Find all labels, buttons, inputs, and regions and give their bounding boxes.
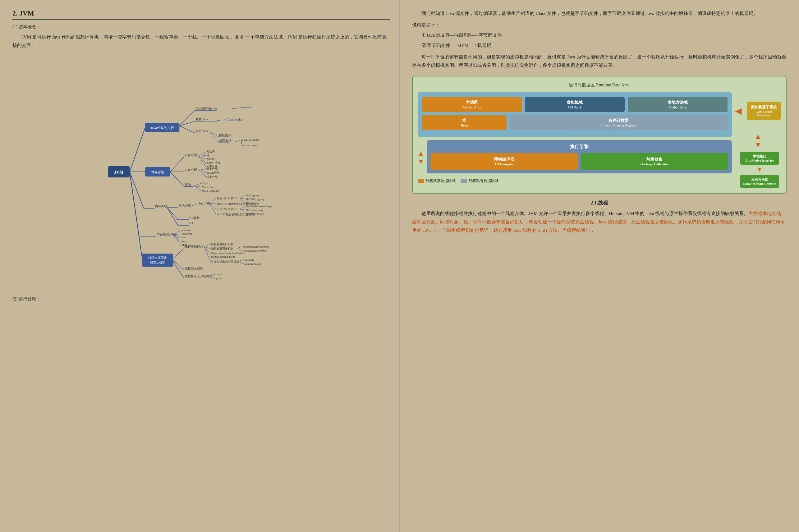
class-loader-box: 类加载器子系统 Class Loader Subsystem <box>747 101 781 120</box>
ms-s4: jmap <box>181 240 187 243</box>
legend-private: 线程私有数据区域 <box>460 178 498 184</box>
branch1-label: Java代码的执行 <box>151 126 174 130</box>
trs-s1: 线程资源执行机制 <box>211 243 233 246</box>
b1c3-text: 执行class <box>195 129 208 133</box>
legend-shared: 线程共享数据区域 <box>418 178 456 184</box>
b1c1-detail-line <box>232 107 245 109</box>
right-arrow: ◀ <box>735 106 742 116</box>
tsa-s2: TDA <box>216 278 222 281</box>
g1-line <box>167 207 178 225</box>
b1c3-d1-line <box>234 140 242 142</box>
tix-line <box>173 260 184 270</box>
b2c2-s3: 栈上分配 <box>206 175 217 178</box>
b1c1-text: 代码编译为class <box>195 107 217 110</box>
sync-d1: Synchronized的实现机制 <box>243 246 269 248</box>
legend-color-gray <box>460 179 467 183</box>
down-arrow3: ▼ <box>740 167 779 173</box>
b1c3-line <box>179 126 195 133</box>
native-lib-box: 本地方法库 Native Method Libraries <box>740 175 779 188</box>
ogc-s2: 并行Compacting <box>246 209 263 212</box>
b2c3-text: 算法 <box>185 183 191 186</box>
sync-d2l <box>237 248 242 251</box>
b1c2-text: 装载class <box>195 117 208 121</box>
ogc-s1l <box>240 206 245 209</box>
trs-s4-d1: semaphore <box>243 259 254 261</box>
trs-s3b: Double check pattem <box>211 255 235 258</box>
b2c2-s3l <box>198 170 206 177</box>
b1c3-d1: client compiler <box>242 138 259 141</box>
subtitle-21: 2.1.线程 <box>412 200 787 206</box>
runtime-row1: 方法区 Method Area 虚拟机栈 VM Stack 本地方法栈 Meth… <box>422 97 728 112</box>
b1c3-d2: server compiler <box>242 144 260 147</box>
intro-text1: 我们都知道 Java 源文件，通过编译器，能够生产相应的.Class 文件，也就… <box>412 9 787 18</box>
branch2-label: 内存管理 <box>151 170 165 174</box>
trs-s4-d2l <box>239 261 243 264</box>
b3-connector <box>130 172 144 208</box>
root-label: JVM <box>114 170 123 175</box>
b2c2-s2: TLAB分配 <box>206 171 220 174</box>
b3-text: 内存回收 <box>155 205 168 208</box>
intro-text2: 也就是如下： <box>412 21 787 29</box>
b2c3-s2: Mark-Sweep <box>202 186 216 189</box>
gc-box: 垃圾收集 Garbage Collection <box>581 153 728 170</box>
jni-box: 本地接口 Java Native Interface <box>740 152 779 165</box>
b2c2-s2l <box>198 170 206 173</box>
thread-branch-node <box>142 253 173 267</box>
minor-gc-line <box>209 204 216 204</box>
tsa-line <box>173 262 184 278</box>
full-gc-text: Full GC触发机制以及日志格式 <box>216 213 253 216</box>
up-arrow: ▲▼ <box>418 150 424 166</box>
ogc-s1: 串行Mark-Sweep-Compact <box>246 205 274 208</box>
page-title: 2. JVM <box>13 9 390 20</box>
gc-params-text: GC参数 <box>189 216 200 220</box>
jit-box: 即时编译器 JITCompiler <box>431 153 578 170</box>
b2c1-s4l <box>198 156 206 163</box>
section1-label: (1) 基本概念： <box>13 24 390 30</box>
trs-s4-d1l <box>239 260 243 261</box>
mem-status-text: 内存状况分析 <box>157 232 175 236</box>
ngc-s1l <box>240 195 245 198</box>
trs-s4-d2: CountdownLatch <box>243 263 261 265</box>
trs-s2: 线程资源同步机制 <box>211 247 233 250</box>
trs-text: 线程资源同步 <box>185 245 203 248</box>
step2: ② 字节码文件—->JVM—->机器码 <box>421 41 787 50</box>
runtime-row2: 堆 Heap 程序计数器 Program Counter Register <box>422 115 728 130</box>
b2c1-text: 内存空间 <box>185 153 197 157</box>
exec-row: 即时编译器 JITCompiler 垃圾收集 Garbage Collectio… <box>431 153 728 170</box>
b2c1-s4: 本地方法栈 <box>206 161 220 165</box>
vm-stack-box: 虚拟机栈 VM Stack <box>525 97 625 112</box>
b1c2-detail-line <box>216 120 226 120</box>
legend: 线程共享数据区域 线程私有数据区域 <box>418 178 732 184</box>
full-gc-line <box>209 204 216 214</box>
native-method-area-box: 本地方法栈 Method Area <box>628 97 727 112</box>
heap-box: 堆 Heap <box>422 115 507 130</box>
sync-d2: lock/unlock的实现机制 <box>243 249 267 252</box>
b3c1-text: 分代回收 <box>178 204 191 207</box>
b3c1c1-text: Sun JDK <box>198 202 210 205</box>
b1c2-detail: ClassLoader <box>227 118 242 121</box>
sync-d1l <box>237 247 242 248</box>
b1c3-s2-line <box>210 132 218 142</box>
b2c3-s1l <box>194 183 201 186</box>
branch1-line <box>130 128 145 172</box>
b2c2-s1: 堆上分配 <box>206 167 217 170</box>
thread-branch-line <box>130 172 142 258</box>
ms-s1: jconsole <box>181 228 191 231</box>
thread-branch-label2: 和交互机制 <box>150 261 165 264</box>
section2-label: (2) 运行过程： <box>13 297 390 302</box>
trs-s1l <box>204 244 210 247</box>
b1c3-s1: 解释执行 <box>219 133 231 137</box>
runtime-diagram: http://blog.csdn.net/Luomingku1109 运行时数据… <box>412 76 787 194</box>
legend-color-orange <box>418 179 424 183</box>
trs-line <box>173 249 184 258</box>
ngc-s2: 并行回收copying <box>246 198 264 201</box>
runtime-area: 方法区 Method Area 虚拟机栈 VM Stack 本地方法栈 Meth… <box>418 92 732 137</box>
b2c1-s3: 方法栈 <box>206 157 215 161</box>
method-area-box: 方法区 Method Area <box>422 97 522 112</box>
ngc-line <box>209 198 216 204</box>
tsa-s1: jstack <box>215 273 222 276</box>
ms-s5l <box>173 235 181 245</box>
b2c1-line <box>170 157 184 172</box>
gc-params-line <box>167 207 178 220</box>
b2c2-s1l <box>198 169 206 170</box>
